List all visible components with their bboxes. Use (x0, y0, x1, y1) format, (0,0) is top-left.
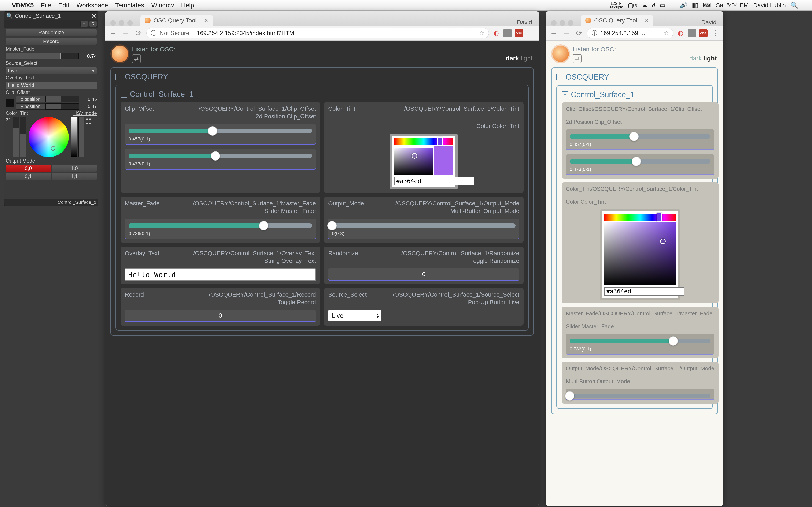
overflow-menu-icon[interactable]: ⋮ (526, 29, 536, 38)
address-bar[interactable]: ⓘ 169.254.2.159:… ☆ (587, 28, 673, 39)
search-icon[interactable]: 🔍 (6, 13, 13, 19)
alpha-slider[interactable] (79, 117, 84, 157)
d-icon[interactable]: d (652, 2, 655, 9)
close-icon[interactable]: ✕ (91, 12, 96, 20)
color-tint-widget[interactable]: 0.74 0.57 1.00 1.00 (6, 117, 97, 157)
overflow-menu-icon[interactable]: ⋮ (711, 29, 720, 38)
menu-file[interactable]: File (41, 2, 51, 9)
window-controls[interactable] (549, 17, 577, 26)
profile-name[interactable]: David (517, 16, 536, 26)
collapse-icon[interactable]: − (115, 73, 122, 80)
ext-generic-icon[interactable] (503, 29, 512, 38)
output-btn-10[interactable]: 1,0 (52, 165, 97, 172)
clock[interactable]: Sat 5:04 PM (716, 2, 749, 9)
source-select-label: Source_Select (4, 60, 98, 66)
master-fade-slider[interactable]: 0.736(0-1) (125, 219, 316, 239)
bookmark-icon[interactable]: ☆ (664, 30, 669, 37)
master-fade-slider[interactable]: 0.74 (6, 53, 97, 60)
clip-offset-x-slider[interactable]: 0.457(0-1) (566, 129, 714, 150)
forward-button[interactable]: → (121, 29, 131, 38)
menu-help[interactable]: Help (181, 2, 194, 9)
browser-tab[interactable]: OSC Query Tool ✕ (581, 15, 653, 26)
color-wheel[interactable] (29, 117, 69, 157)
info-icon[interactable]: ⓘ (592, 29, 597, 37)
output-btn-00[interactable]: 0,0 (6, 165, 51, 172)
menu-templates[interactable]: Templates (115, 2, 144, 9)
back-button[interactable]: ← (549, 29, 559, 38)
airplay-icon[interactable]: ▭ (660, 2, 665, 9)
output-mode-grid[interactable]: 0,0 1,0 0,1 1,1 (6, 165, 97, 180)
clip-offset-y-slider[interactable]: 0.473(0-1) (566, 155, 714, 175)
menu-window[interactable]: Window (151, 2, 174, 9)
theme-toggle[interactable]: dark light (506, 55, 532, 63)
collapse-icon[interactable]: − (562, 91, 568, 98)
output-btn-11[interactable]: 1,1 (52, 173, 97, 180)
temp-widget[interactable]: 122°F3359rpm (609, 1, 623, 9)
record-button[interactable]: Record (6, 38, 97, 45)
info-icon[interactable]: ⓘ (151, 29, 157, 37)
overlay-text-input[interactable]: Hello World (6, 81, 97, 89)
ext-ublock-icon[interactable]: ◐ (492, 29, 500, 38)
ext-generic-icon[interactable] (688, 29, 696, 38)
source-select-dropdown[interactable]: Live (6, 67, 97, 74)
listen-toggle[interactable]: ⇄ (573, 54, 581, 63)
camera-icon[interactable]: ▢⎚ (628, 2, 637, 9)
hsv-mode-link[interactable]: HSV mode (73, 110, 97, 116)
output-mode-slider[interactable] (566, 389, 714, 400)
browser-tab[interactable]: OSC Query Tool ✕ (140, 15, 213, 26)
spotlight-icon[interactable]: 🔍 (791, 1, 798, 9)
collapse-icon[interactable]: − (120, 91, 127, 98)
source-select-dropdown[interactable]: Live (328, 310, 381, 321)
hex-input[interactable] (394, 177, 474, 185)
battery-icon[interactable]: ▮▯ (692, 2, 698, 9)
ext-badge-icon[interactable]: one (699, 29, 708, 38)
ctl-record: Record/OSCQUERY/Control_Surface_1/Record… (120, 288, 320, 326)
menu-workspace[interactable]: Workspace (77, 2, 108, 9)
clip-offset-y-slider[interactable]: 0.473(0-1) (125, 149, 316, 170)
close-tab-icon[interactable]: ✕ (204, 17, 208, 24)
theme-toggle[interactable]: dark light (689, 55, 717, 63)
color-picker[interactable] (390, 134, 458, 189)
window-controls[interactable] (108, 17, 136, 26)
ext-badge-icon[interactable]: one (515, 29, 523, 38)
clip-offset-swatch[interactable] (6, 99, 14, 107)
input-icon[interactable]: ⌨︎ (703, 2, 711, 9)
menu-extras-icon[interactable]: ☰ (803, 2, 808, 9)
value-slider[interactable] (71, 117, 77, 157)
reload-button[interactable]: ⟳ (574, 29, 584, 38)
forward-button[interactable]: → (562, 29, 571, 38)
clip-offset-y[interactable]: y position 0.47 (16, 103, 97, 110)
not-secure-label: Not Secure (160, 30, 189, 37)
color-picker[interactable] (600, 209, 680, 300)
sat-slider[interactable] (20, 117, 26, 157)
app-name[interactable]: VDMX5 (12, 2, 34, 9)
profile-name[interactable]: David (701, 16, 720, 26)
cloud-icon[interactable]: ☁︎ (642, 2, 648, 9)
ext-ublock-icon[interactable]: ◐ (676, 29, 685, 38)
randomize-toggle[interactable]: 0 (328, 269, 519, 281)
bookmark-icon[interactable]: ☆ (479, 30, 485, 37)
record-toggle[interactable]: 0 (125, 310, 316, 322)
volume-icon[interactable]: 🔊 (680, 2, 687, 9)
close-tab-icon[interactable]: ✕ (644, 17, 649, 24)
reload-button[interactable]: ⟳ (134, 29, 143, 38)
wifi-icon[interactable]: ☰ (670, 2, 675, 9)
output-mode-slider[interactable]: 0(0-3) (328, 219, 519, 239)
ctl-output-mode: Output_Mode/OSCQUERY/Control_Surface_1/O… (324, 197, 523, 243)
add-button[interactable]: + (80, 21, 88, 27)
collapse-icon[interactable]: − (556, 74, 563, 80)
listen-toggle[interactable]: ⇄ (132, 54, 141, 63)
address-bar[interactable]: ⓘ Not Secure | 169.254.2.159:2345/index.… (146, 28, 489, 39)
hex-input[interactable] (604, 287, 684, 295)
master-fade-slider[interactable]: 0.736(0-1) (566, 334, 714, 355)
randomize-button[interactable]: Randomize (6, 29, 97, 36)
menu-edit[interactable]: Edit (58, 2, 69, 9)
overlay-text-input[interactable] (125, 269, 316, 281)
hue-slider[interactable] (13, 117, 19, 157)
record-toggle[interactable]: R (89, 21, 97, 27)
back-button[interactable]: ← (108, 29, 118, 38)
clip-offset-x[interactable]: x position 0.46 (16, 96, 97, 103)
clip-offset-x-slider[interactable]: 0.457(0-1) (125, 124, 316, 145)
output-btn-01[interactable]: 0,1 (6, 173, 51, 180)
user-name[interactable]: David Lublin (753, 2, 786, 9)
